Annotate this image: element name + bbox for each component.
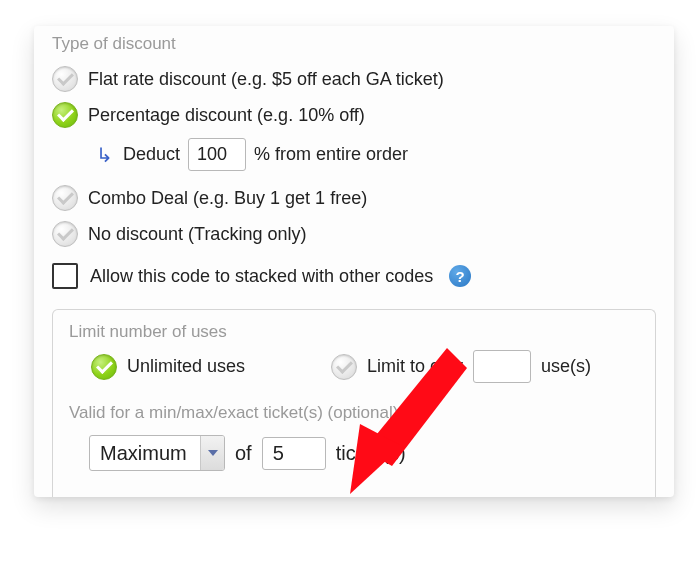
ticket-mode-select[interactable]: Maximum <box>89 435 225 471</box>
percentage-deduct-row: ↳ Deduct % from entire order <box>96 138 656 171</box>
option-no-discount[interactable]: No discount (Tracking only) <box>52 221 656 247</box>
option-percentage[interactable]: Percentage discount (e.g. 10% off) <box>52 102 656 128</box>
limit-uses-input[interactable] <box>473 350 531 383</box>
option-flat-rate[interactable]: Flat rate discount (e.g. $5 off each GA … <box>52 66 656 92</box>
option-unlimited-uses-label: Unlimited uses <box>127 356 245 377</box>
type-of-discount-title: Type of discount <box>52 34 656 54</box>
option-combo-deal[interactable]: Combo Deal (e.g. Buy 1 get 1 free) <box>52 185 656 211</box>
limit-to-only-suffix: use(s) <box>541 356 591 377</box>
valid-tickets-row: Maximum of ticket(s) <box>89 435 639 471</box>
ticket-suffix: ticket(s) <box>336 442 406 465</box>
option-combo-deal-label: Combo Deal (e.g. Buy 1 get 1 free) <box>88 188 367 209</box>
option-percentage-label: Percentage discount (e.g. 10% off) <box>88 105 365 126</box>
ticket-count-input[interactable] <box>262 437 326 470</box>
sub-arrow-icon: ↳ <box>96 145 113 165</box>
discount-settings-card: Type of discount Flat rate discount (e.g… <box>34 26 674 497</box>
radio-icon <box>52 185 78 211</box>
deduct-suffix: % from entire order <box>254 144 408 165</box>
allow-stack-label: Allow this code to stacked with other co… <box>90 266 433 287</box>
radio-icon <box>52 221 78 247</box>
limit-uses-title: Limit number of uses <box>69 322 639 342</box>
limit-uses-row: Unlimited uses Limit to only use(s) <box>69 350 639 383</box>
option-no-discount-label: No discount (Tracking only) <box>88 224 306 245</box>
option-flat-rate-label: Flat rate discount (e.g. $5 off each GA … <box>88 69 444 90</box>
chevron-down-icon <box>200 436 224 470</box>
limit-to-only-prefix: Limit to only <box>367 356 463 377</box>
option-limit-to-only[interactable]: Limit to only use(s) <box>331 350 591 383</box>
option-unlimited-uses[interactable]: Unlimited uses <box>91 354 245 380</box>
of-label: of <box>235 442 252 465</box>
radio-icon <box>52 66 78 92</box>
valid-tickets-title: Valid for a min/max/exact ticket(s) (opt… <box>69 403 639 423</box>
help-icon[interactable]: ? <box>449 265 471 287</box>
radio-icon <box>52 102 78 128</box>
radio-icon <box>91 354 117 380</box>
deduct-percent-input[interactable] <box>188 138 246 171</box>
limits-panel: Limit number of uses Unlimited uses Limi… <box>52 309 656 497</box>
allow-stack-row: Allow this code to stacked with other co… <box>52 263 656 289</box>
deduct-label: Deduct <box>123 144 180 165</box>
allow-stack-checkbox[interactable] <box>52 263 78 289</box>
radio-icon <box>331 354 357 380</box>
ticket-mode-value: Maximum <box>90 436 200 470</box>
